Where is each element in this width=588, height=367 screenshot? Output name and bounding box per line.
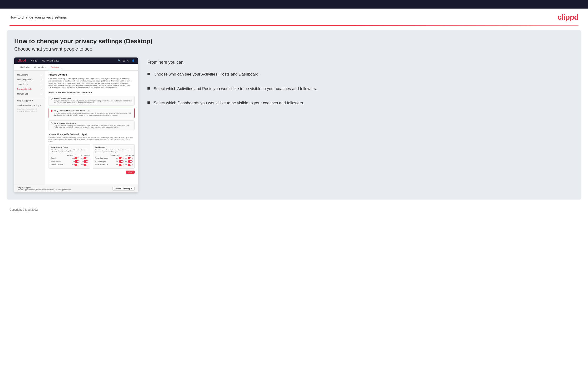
radio-everyone-label: Everyone on Clippd bbox=[54, 97, 132, 100]
round-insights-coaches-toggle[interactable]: ON bbox=[116, 160, 123, 163]
activities-col-headers: COACHES FOLLOWERS bbox=[51, 154, 88, 156]
sidebar-my-account[interactable]: My Account › bbox=[14, 72, 45, 77]
rounds-coaches-toggle[interactable]: ON bbox=[72, 157, 79, 159]
header: How to change your privacy settings clip… bbox=[0, 8, 588, 25]
manual-label: Manual Activities bbox=[51, 164, 63, 166]
bullet-text-1: Choose who can see your Activities, Post… bbox=[154, 72, 259, 77]
toggle-row-rounds: Rounds ON ON bbox=[51, 157, 88, 159]
radio-everyone[interactable]: Everyone on Clippd Everyone on Clippd ca… bbox=[49, 96, 135, 106]
dashboards-col-title: Dashboards bbox=[95, 146, 132, 148]
radio-everyone-content: Everyone on Clippd Everyone on Clippd ca… bbox=[54, 97, 132, 104]
player-dash-followers-toggle[interactable]: ON bbox=[125, 157, 132, 159]
wwo-followers-toggle[interactable]: ON bbox=[125, 164, 132, 166]
save-button[interactable]: Save bbox=[126, 171, 135, 174]
player-dash-coaches-toggle[interactable]: ON bbox=[116, 157, 123, 159]
radio-coach-only[interactable]: Only You and Your Coach Only you and the… bbox=[49, 120, 135, 130]
round-insights-controls: ON ON bbox=[116, 160, 133, 163]
player-dash-followers-switch[interactable] bbox=[128, 157, 132, 159]
toggle-section-title: Show or hide specific features in Clippd bbox=[49, 133, 135, 136]
bullet-text-3: Select which Dashboards you would like t… bbox=[154, 100, 304, 106]
practice-coaches-toggle[interactable]: ON bbox=[72, 160, 79, 163]
round-insights-coaches-switch[interactable] bbox=[119, 160, 123, 163]
settings-icon: ⚙ bbox=[127, 59, 130, 62]
practice-coaches-on-label: ON bbox=[72, 161, 74, 162]
manual-coaches-toggle[interactable]: ON bbox=[72, 164, 79, 166]
radio-everyone-desc: Everyone on Clippd can search for you an… bbox=[54, 100, 132, 104]
manual-followers-toggle[interactable]: ON bbox=[81, 164, 88, 166]
manual-followers-on-label: ON bbox=[81, 164, 83, 166]
rounds-coaches-switch[interactable] bbox=[74, 157, 79, 159]
sidebar-item-label: Privacy Controls bbox=[17, 88, 32, 90]
subnav-my-profile[interactable]: My Profile bbox=[17, 65, 32, 70]
rounds-followers-switch[interactable] bbox=[84, 157, 88, 159]
practice-followers-toggle[interactable]: ON bbox=[81, 160, 88, 163]
mockup-nav-home: Home bbox=[31, 59, 37, 62]
mockup-sidebar: My Account › Data Integrations › Subscri… bbox=[14, 71, 45, 184]
rounds-followers-toggle[interactable]: ON bbox=[81, 157, 88, 159]
rounds-coaches-on-label: ON bbox=[72, 158, 74, 159]
round-insights-followers-toggle[interactable]: ON bbox=[125, 160, 132, 163]
mockup-nav-right: 🔍 ⊞ ⚙ 👤 bbox=[118, 59, 135, 62]
wwo-coaches-toggle[interactable]: ON bbox=[116, 164, 123, 166]
sidebar-item-label: Service & Privacy Policy ↗ bbox=[17, 104, 41, 107]
manual-followers-switch[interactable] bbox=[84, 164, 88, 166]
save-row: Save bbox=[49, 171, 135, 174]
header-divider bbox=[9, 25, 579, 26]
dashboards-col: Dashboards Select the types of activity … bbox=[93, 144, 135, 169]
privacy-controls-desc: Control how you and your data appears to… bbox=[49, 77, 135, 89]
activities-col-title: Activities and Posts bbox=[51, 146, 88, 148]
player-dashboard-controls: ON ON bbox=[116, 157, 133, 159]
bullet-list: Choose who can see your Activities, Post… bbox=[147, 72, 574, 106]
help-title: Help & Support bbox=[17, 187, 71, 189]
user-icon: 👤 bbox=[132, 59, 135, 62]
toggle-row-what-to-work-on: What To Work On ON ON bbox=[95, 164, 132, 166]
player-dash-coaches-switch[interactable] bbox=[119, 157, 123, 159]
sidebar-item-label: Help & Support ↗ bbox=[17, 100, 33, 102]
chevron-right-icon: › bbox=[42, 88, 42, 90]
bullet-item-3: Select which Dashboards you would like t… bbox=[147, 100, 574, 106]
sidebar-my-golf-bag[interactable]: My Golf Bag › bbox=[14, 92, 45, 96]
wwo-coaches-on-label: ON bbox=[116, 164, 118, 166]
sidebar-privacy-policy[interactable]: Service & Privacy Policy ↗ bbox=[14, 103, 45, 108]
sidebar-item-label: Subscription bbox=[17, 83, 28, 85]
mockup-browser: clippd Home My Performance 🔍 ⊞ ⚙ 👤 My Pr… bbox=[14, 58, 138, 192]
two-column-layout: clippd Home My Performance 🔍 ⊞ ⚙ 👤 My Pr… bbox=[14, 58, 574, 192]
sidebar-subscription[interactable]: Subscription › bbox=[14, 82, 45, 87]
sidebar-data-integrations[interactable]: Data Integrations › bbox=[14, 77, 45, 82]
player-dash-followers-on-label: ON bbox=[125, 158, 127, 159]
activities-col: Activities and Posts Select the types of… bbox=[49, 144, 90, 169]
radio-coach-label: Only You and Your Coach bbox=[54, 122, 132, 124]
subnav-connections[interactable]: Connections bbox=[32, 65, 49, 70]
mockup-nav-performance: My Performance bbox=[42, 59, 59, 62]
help-desc: Visit our Clippd community to troublesho… bbox=[17, 189, 71, 191]
privacy-controls-title: Privacy Controls bbox=[49, 73, 135, 76]
round-insights-followers-on-label: ON bbox=[125, 161, 127, 162]
grid-icon: ⊞ bbox=[123, 59, 125, 62]
sidebar-help-support[interactable]: Help & Support ↗ bbox=[14, 98, 45, 103]
dash-coaches-header: COACHES bbox=[111, 154, 120, 156]
toggle-row-round-insights: Round Insights ON ON bbox=[95, 160, 132, 163]
practice-controls: ON ON bbox=[72, 160, 88, 163]
practice-coaches-switch[interactable] bbox=[74, 160, 79, 163]
practice-label: Practice Drills bbox=[51, 161, 61, 162]
radio-group-visibility: Everyone on Clippd Everyone on Clippd ca… bbox=[49, 96, 135, 130]
manual-controls: ON ON bbox=[72, 164, 88, 166]
manual-coaches-switch[interactable] bbox=[74, 164, 79, 166]
right-column: From here you can: Choose who can see yo… bbox=[147, 58, 574, 106]
subnav-settings[interactable]: Settings bbox=[49, 65, 61, 70]
wwo-followers-on-label: ON bbox=[125, 164, 127, 166]
sidebar-privacy-controls[interactable]: Privacy Controls › bbox=[14, 87, 45, 92]
radio-followers[interactable]: Only Approved Followers and Your Coach O… bbox=[49, 108, 135, 118]
screenshot-area: clippd Home My Performance 🔍 ⊞ ⚙ 👤 My Pr… bbox=[14, 58, 138, 192]
visit-community-button[interactable]: Visit Our Community ↗ bbox=[112, 187, 135, 191]
wwo-coaches-switch[interactable] bbox=[119, 164, 123, 166]
bullet-item-1: Choose who can see your Activities, Post… bbox=[147, 72, 574, 77]
radio-circle-everyone bbox=[51, 98, 52, 100]
wwo-followers-switch[interactable] bbox=[128, 164, 132, 166]
practice-followers-switch[interactable] bbox=[84, 160, 88, 163]
what-to-work-on-controls: ON ON bbox=[116, 164, 133, 166]
coaches-header: COACHES bbox=[67, 154, 75, 156]
round-insights-followers-switch[interactable] bbox=[128, 160, 132, 163]
toggle-row-manual: Manual Activities ON ON bbox=[51, 164, 88, 166]
dash-followers-header: FOLLOWERS bbox=[124, 154, 132, 156]
